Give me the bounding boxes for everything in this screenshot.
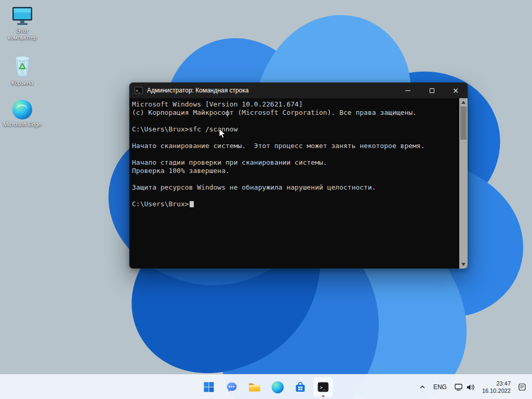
scrollbar-thumb[interactable] [460,107,467,140]
desktop-icon-label: Microsoft Edge [3,121,41,128]
taskbar-chat-button[interactable] [221,377,242,397]
language-indicator-button[interactable]: ENG [430,377,450,397]
taskbar-clock[interactable]: 23:47 16.10.2022 [479,380,514,394]
taskbar-file-explorer-button[interactable] [244,377,265,397]
terminal-scrollbar[interactable] [459,98,468,269]
terminal-line: Защита ресурсов Windows не обнаружила на… [132,183,456,192]
desktop-icon-edge[interactable]: Microsoft Edge [2,100,43,128]
window-title: Администратор: Командная строка [147,87,249,94]
cmd-app-icon: >_ [135,86,143,95]
language-label: ENG [433,383,447,391]
close-button[interactable]: × [444,83,468,98]
taskbar-terminal-button[interactable]: >_ [313,377,334,397]
cmd-titlebar[interactable]: >_ Администратор: Командная строка × [129,83,468,98]
terminal-line: Проверка 100% завершена. [132,167,456,175]
window-controls: × [396,83,468,98]
terminal-line: (c) Корпорация Майкрософт (Microsoft Cor… [132,109,456,117]
tray-date: 16.10.2022 [482,387,511,394]
terminal-line: Начато сканирование системы. Этот процес… [132,142,456,150]
desktop-icon-label: Корзина [11,79,33,86]
svg-text:>_: >_ [320,385,326,390]
taskbar: >_ ENG 23:47 16.10.2022 [0,374,532,399]
system-tray: ENG 23:47 16.10.2022 [416,377,530,397]
tray-time: 23:47 [482,380,511,387]
edge-icon [272,381,284,393]
taskbar-center-group: >_ [198,377,334,397]
windows-logo-icon [203,381,215,393]
terminal-line [132,134,456,142]
desktop-icon-recycle-bin[interactable]: Корзина [2,55,43,86]
edge-icon [12,100,32,119]
taskbar-store-button[interactable] [290,377,311,397]
maximize-icon [430,88,434,93]
file-explorer-icon [248,381,261,393]
tray-overflow-button[interactable] [416,377,429,397]
recycle-bin-icon [12,55,32,78]
notification-bell-icon [518,383,526,391]
terminal-line [132,192,456,200]
this-pc-icon [11,6,34,26]
terminal-line: Microsoft Windows [Version 10.0.22621.67… [132,100,456,109]
notification-center-button[interactable] [514,377,530,397]
start-button[interactable] [198,377,219,397]
network-icon [455,383,463,391]
microsoft-store-icon [294,381,307,393]
scroll-up-icon[interactable] [461,101,466,104]
terminal-line: C:\Users\Brux>sfc /scannow [132,125,456,134]
cmd-window: >_ Администратор: Командная строка × Mic… [129,82,468,269]
chat-icon [225,381,238,393]
desktop-icon-column: Этот компьютер Корзина Microsoft Edge [2,6,43,128]
minimize-button[interactable] [396,83,420,98]
text-cursor [190,201,194,207]
close-icon: × [453,87,459,94]
taskbar-edge-button[interactable] [267,377,288,397]
svg-text:>_: >_ [136,89,141,93]
terminal-prompt-line: C:\Users\Brux> [132,200,456,208]
desktop-icon-this-pc[interactable]: Этот компьютер [2,6,43,41]
terminal-line [132,150,456,158]
terminal-output[interactable]: Microsoft Windows [Version 10.0.22621.67… [129,98,468,269]
volume-icon [466,383,475,391]
cmd-icon: >_ [317,381,329,393]
scroll-down-icon[interactable] [461,263,466,266]
terminal-line [132,117,456,125]
desktop-icon-label: Этот компьютер [2,28,43,41]
minimize-icon [405,90,410,91]
terminal-prompt: C:\Users\Brux> [132,200,189,208]
terminal-line: Начало стадии проверки при сканировании … [132,158,456,167]
chevron-up-icon [419,384,425,390]
active-app-indicator [322,395,325,397]
maximize-button[interactable] [420,83,444,98]
terminal-line [132,175,456,183]
network-volume-button[interactable] [451,377,478,397]
